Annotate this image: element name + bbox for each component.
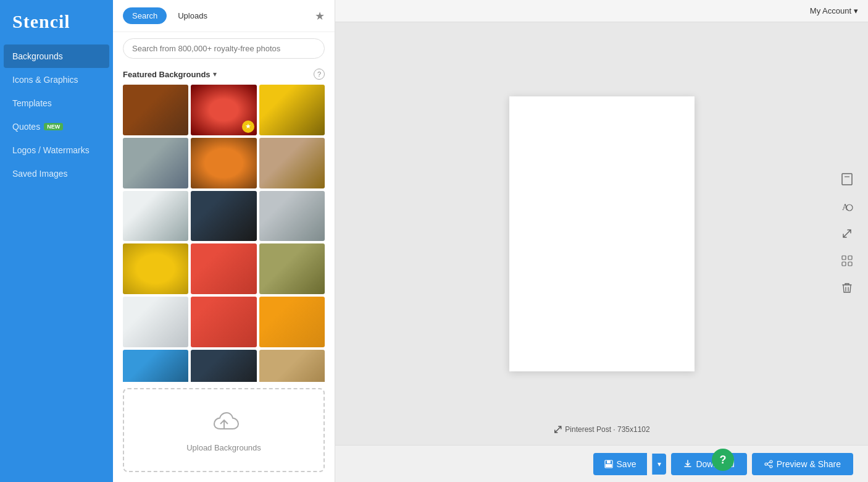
svg-point-14 — [770, 465, 772, 468]
star-badge: ★ — [242, 120, 254, 133]
new-canvas-icon[interactable] — [838, 171, 856, 188]
upload-cloud-icon — [136, 408, 311, 438]
canvas-board[interactable] — [509, 96, 695, 371]
help-icon[interactable]: ? — [314, 69, 325, 80]
list-item[interactable] — [123, 350, 188, 382]
chevron-down-icon: ▾ — [854, 6, 858, 15]
sidebar-item-label: Templates — [12, 98, 52, 108]
bottom-bar: ? Save ▾ Download Preview & Share — [335, 445, 868, 482]
tab-search[interactable]: Search — [123, 7, 167, 24]
list-item[interactable] — [123, 297, 188, 347]
download-button[interactable]: Download — [671, 453, 746, 475]
sidebar-item-backgrounds[interactable]: Backgrounds — [4, 44, 109, 68]
list-item[interactable] — [259, 138, 325, 188]
search-bar — [113, 32, 335, 65]
canvas-wrapper: Pinterest Post · 735x1102 A — [335, 22, 868, 445]
logo-area: Stencil — [0, 0, 113, 44]
panel-header: Search Uploads ★ — [113, 0, 335, 32]
list-item[interactable] — [259, 191, 325, 242]
trash-icon[interactable] — [838, 279, 856, 297]
sidebar-item-quotes[interactable]: Quotes NEW — [0, 115, 113, 138]
list-item[interactable] — [191, 138, 256, 188]
save-icon — [604, 460, 613, 468]
svg-rect-5 — [842, 256, 846, 260]
svg-rect-1 — [842, 174, 852, 185]
list-item[interactable] — [191, 297, 256, 347]
list-item[interactable] — [123, 138, 188, 188]
svg-rect-6 — [848, 256, 852, 260]
sidebar-item-label: Icons & Graphics — [12, 75, 78, 85]
panel: Search Uploads ★ Featured Backgrounds ▾ … — [113, 0, 335, 482]
list-item[interactable] — [191, 350, 256, 382]
save-button[interactable]: Save — [593, 453, 648, 475]
share-icon — [764, 460, 773, 468]
image-grid-container: ★ — [113, 85, 335, 382]
search-input[interactable] — [123, 38, 325, 59]
sidebar-item-saved-images[interactable]: Saved Images — [0, 162, 113, 185]
save-dropdown-button[interactable]: ▾ — [652, 454, 666, 475]
resize-icon — [553, 425, 562, 434]
svg-point-13 — [765, 463, 767, 465]
list-item[interactable] — [123, 243, 188, 294]
list-item[interactable]: ★ — [191, 85, 256, 135]
upload-section[interactable]: Upload Backgrounds — [123, 388, 325, 472]
list-item[interactable] — [191, 191, 256, 242]
image-grid: ★ — [123, 85, 325, 382]
list-item[interactable] — [259, 85, 325, 135]
list-item[interactable] — [123, 85, 188, 135]
new-badge: NEW — [44, 123, 63, 130]
list-item[interactable] — [191, 243, 256, 294]
canvas-header: My Account ▾ — [335, 0, 868, 22]
chevron-down-icon[interactable]: ▾ — [213, 70, 217, 78]
sidebar-item-icons-graphics[interactable]: Icons & Graphics — [0, 68, 113, 91]
featured-label: Featured Backgrounds — [123, 70, 211, 79]
sidebar: Stencil Backgrounds Icons & Graphics Tem… — [0, 0, 113, 482]
svg-rect-11 — [606, 464, 612, 467]
list-item[interactable] — [259, 297, 325, 347]
preview-share-button[interactable]: Preview & Share — [752, 453, 853, 475]
help-fab[interactable]: ? — [712, 449, 734, 471]
list-item[interactable] — [259, 350, 325, 382]
svg-rect-7 — [842, 262, 846, 266]
sidebar-item-label: Saved Images — [12, 169, 68, 179]
upload-label: Upload Backgrounds — [136, 443, 311, 452]
featured-header: Featured Backgrounds ▾ ? — [113, 65, 335, 85]
canvas-area: My Account ▾ Pinterest Post · 735x1102 A — [335, 0, 868, 482]
preview-label: Preview & Share — [777, 459, 841, 469]
sidebar-item-label: Backgrounds — [12, 51, 63, 61]
text-icon[interactable]: A — [838, 198, 856, 215]
sidebar-item-label: Quotes — [12, 122, 40, 132]
sidebar-item-templates[interactable]: Templates — [0, 91, 113, 115]
list-item[interactable] — [123, 191, 188, 242]
sidebar-item-logos-watermarks[interactable]: Logos / Watermarks — [0, 138, 113, 162]
logo: Stencil — [12, 11, 101, 32]
grid-icon[interactable] — [838, 252, 856, 269]
svg-rect-8 — [848, 262, 852, 266]
right-toolbar: A — [838, 171, 856, 297]
list-item[interactable] — [259, 243, 325, 294]
canvas-size-label: Pinterest Post · 735x1102 — [553, 425, 649, 434]
download-icon — [683, 460, 692, 468]
save-label: Save — [617, 459, 636, 469]
svg-rect-10 — [607, 460, 611, 463]
svg-point-12 — [770, 460, 772, 463]
favorites-icon[interactable]: ★ — [315, 9, 325, 23]
sidebar-item-label: Logos / Watermarks — [12, 145, 90, 155]
account-label: My Account — [810, 6, 851, 15]
resize-icon[interactable] — [838, 225, 856, 242]
tab-uploads[interactable]: Uploads — [172, 8, 214, 23]
account-button[interactable]: My Account ▾ — [810, 6, 858, 15]
